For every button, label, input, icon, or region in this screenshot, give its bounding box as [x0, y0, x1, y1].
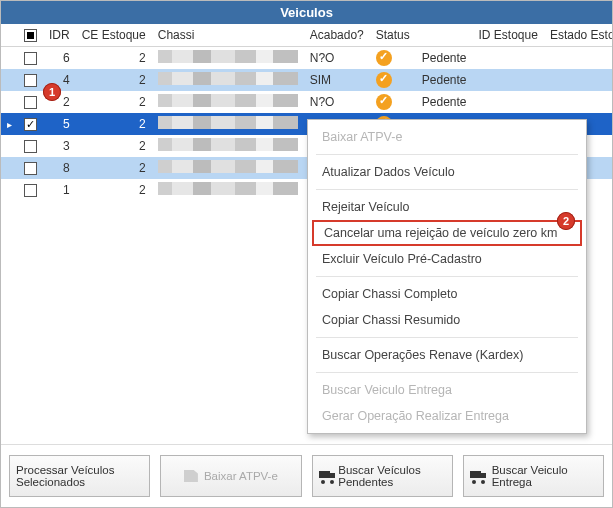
- redacted-text: [158, 160, 298, 173]
- context-menu[interactable]: Baixar ATPV-eAtualizar Dados VeículoReje…: [307, 119, 587, 434]
- col-acabado[interactable]: Acabado?: [304, 24, 370, 47]
- menu-item[interactable]: Cancelar uma rejeição de veículo zero km: [312, 220, 582, 246]
- cell-status-icon: [370, 91, 416, 113]
- cell-idr: 6: [43, 47, 76, 70]
- menu-separator: [316, 189, 578, 190]
- row-checkbox[interactable]: [24, 74, 37, 87]
- cell-ce: 2: [76, 135, 152, 157]
- annotation-1: 1: [43, 83, 61, 101]
- panel-title: Veiculos: [1, 1, 612, 24]
- row-checkbox[interactable]: [24, 52, 37, 65]
- cell-ce: 2: [76, 113, 152, 135]
- button-label: Processar Veículos Selecionados: [16, 464, 143, 488]
- button-label: Buscar Veiculo Entrega: [492, 464, 597, 488]
- button-label: Buscar Veículos Pendentes: [338, 464, 446, 488]
- col-ce-estoque[interactable]: CE Estoque: [76, 24, 152, 47]
- col-estado-estoque[interactable]: Estado Estoque: [544, 24, 613, 47]
- cell-chassi: [152, 157, 304, 179]
- menu-separator: [316, 154, 578, 155]
- process-selected-button[interactable]: Processar Veículos Selecionados: [9, 455, 150, 497]
- menu-item: Baixar ATPV-e: [308, 124, 586, 150]
- cell-chassi: [152, 69, 304, 91]
- annotation-2: 2: [557, 212, 575, 230]
- menu-item[interactable]: Atualizar Dados Veículo: [308, 159, 586, 185]
- truck-icon: [470, 470, 486, 482]
- cell-idr: 3: [43, 135, 76, 157]
- cell-acabado: N?O: [304, 91, 370, 113]
- cell-acabado: SIM: [304, 69, 370, 91]
- footer-toolbar: Processar Veículos Selecionados Baixar A…: [1, 444, 612, 507]
- redacted-text: [158, 116, 298, 129]
- truck-icon: [319, 470, 333, 482]
- cell-chassi: [152, 179, 304, 201]
- cell-ce: 2: [76, 47, 152, 70]
- menu-item[interactable]: Copiar Chassi Resumido: [308, 307, 586, 333]
- button-label: Baixar ATPV-e: [204, 470, 278, 482]
- menu-item: Gerar Operação Realizar Entrega: [308, 403, 586, 429]
- row-checkbox[interactable]: [24, 96, 37, 109]
- redacted-text: [158, 182, 298, 195]
- menu-separator: [316, 276, 578, 277]
- redacted-text: [158, 72, 298, 85]
- table-row[interactable]: 42SIMPedente: [1, 69, 613, 91]
- col-status[interactable]: Status: [370, 24, 416, 47]
- menu-item: Buscar Veiculo Entrega: [308, 377, 586, 403]
- col-status-text: [416, 24, 473, 47]
- menu-separator: [316, 372, 578, 373]
- cell-idr: 8: [43, 157, 76, 179]
- cell-ce: 2: [76, 91, 152, 113]
- buscar-entrega-button[interactable]: Buscar Veiculo Entrega: [463, 455, 604, 497]
- cell-ce: 2: [76, 179, 152, 201]
- cell-status-text: Pedente: [416, 47, 473, 70]
- menu-separator: [316, 337, 578, 338]
- redacted-text: [158, 138, 298, 151]
- row-checkbox[interactable]: [24, 140, 37, 153]
- row-checkbox[interactable]: [24, 162, 37, 175]
- col-id-estoque[interactable]: ID Estoque: [473, 24, 544, 47]
- row-indicator-icon: ▸: [7, 119, 12, 130]
- table-row[interactable]: 22N?OPedente: [1, 91, 613, 113]
- document-icon: [184, 470, 198, 482]
- cell-idr: 5: [43, 113, 76, 135]
- row-checkbox[interactable]: [24, 118, 37, 131]
- buscar-pendentes-button[interactable]: Buscar Veículos Pendentes: [312, 455, 453, 497]
- col-select-all[interactable]: [18, 24, 43, 47]
- col-chassi[interactable]: Chassi: [152, 24, 304, 47]
- redacted-text: [158, 50, 298, 63]
- cell-acabado: N?O: [304, 47, 370, 70]
- cell-chassi: [152, 113, 304, 135]
- cell-chassi: [152, 91, 304, 113]
- cell-chassi: [152, 135, 304, 157]
- menu-item[interactable]: Buscar Operações Renave (Kardex): [308, 342, 586, 368]
- menu-item[interactable]: Copiar Chassi Completo: [308, 281, 586, 307]
- cell-status-icon: [370, 69, 416, 91]
- cell-status-text: Pedente: [416, 91, 473, 113]
- cell-chassi: [152, 47, 304, 70]
- select-all-checkbox[interactable]: [24, 29, 37, 42]
- menu-item[interactable]: Rejeitar Veículo: [308, 194, 586, 220]
- cell-idr: 1: [43, 179, 76, 201]
- menu-item[interactable]: Excluir Veículo Pré-Cadastro: [308, 246, 586, 272]
- check-circle-icon: [376, 72, 392, 88]
- check-circle-icon: [376, 50, 392, 66]
- redacted-text: [158, 94, 298, 107]
- cell-status-text: Pedente: [416, 69, 473, 91]
- check-circle-icon: [376, 94, 392, 110]
- row-checkbox[interactable]: [24, 184, 37, 197]
- cell-ce: 2: [76, 157, 152, 179]
- cell-status-icon: [370, 47, 416, 70]
- table-row[interactable]: 62N?OPedente: [1, 47, 613, 70]
- col-row-marker: [1, 24, 18, 47]
- baixar-atpv-button: Baixar ATPV-e: [160, 455, 301, 497]
- col-idr[interactable]: IDR: [43, 24, 76, 47]
- cell-ce: 2: [76, 69, 152, 91]
